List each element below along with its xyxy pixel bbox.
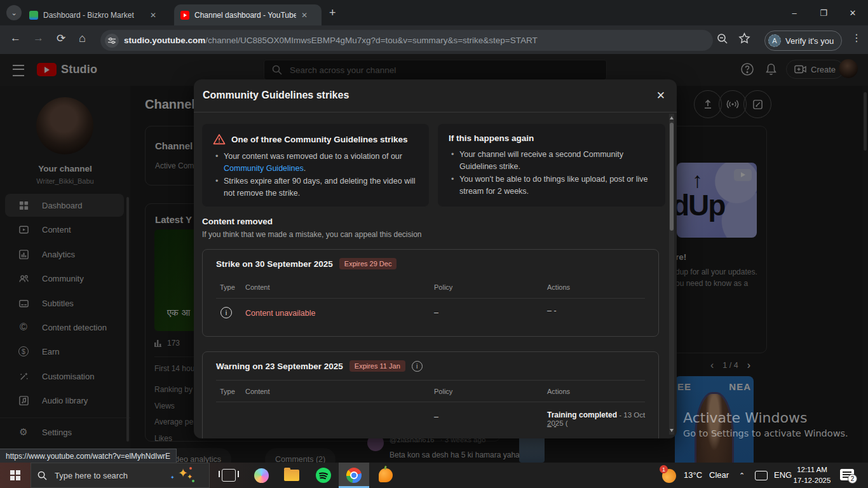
action-center-button[interactable]: 2	[840, 469, 854, 480]
col-policy: Policy	[434, 388, 452, 395]
fl-studio-button[interactable]	[372, 463, 400, 488]
dialog-header: Community Guidelines strikes ✕	[194, 79, 677, 112]
tray-chevron-icon[interactable]: ⌃	[739, 471, 745, 480]
spotify-icon	[316, 468, 331, 483]
tab-youtube-studio[interactable]: Channel dashboard - YouTube S ✕	[174, 4, 322, 25]
bizkro-favicon-icon	[29, 11, 38, 20]
verify-its-you-button[interactable]: A Verify it's you	[764, 30, 842, 51]
community-guidelines-strikes-dialog: Community Guidelines strikes ✕ One of th…	[194, 79, 677, 438]
weather-badge: 1	[660, 465, 668, 473]
again-bullet: Your channel will receive a second Commu…	[449, 149, 654, 173]
bookmark-star-icon[interactable]	[738, 32, 750, 44]
expiry-badge: Expires 11 Jan	[349, 360, 405, 372]
strike-info-heading: One of three Community Guidelines strike…	[231, 135, 408, 144]
warning-actions-2: – -	[547, 422, 557, 431]
strike-info-card: One of three Community Guidelines strike…	[202, 124, 429, 207]
weather-button[interactable]: 1	[661, 466, 679, 484]
tab-title: Dashboard - Bizkro Market	[43, 11, 145, 20]
close-icon[interactable]: ✕	[656, 89, 665, 102]
again-bullet: You won't be able to do things like uplo…	[449, 173, 654, 198]
tab-title: Channel dashboard - YouTube S	[194, 11, 296, 20]
youtube-studio: Studio Create Your channel Writer_Bikki_…	[0, 54, 868, 463]
strike-content[interactable]: Content unavailable	[245, 309, 316, 318]
community-guidelines-link[interactable]: Community Guidelines	[224, 164, 304, 173]
window-minimize-button[interactable]: –	[780, 0, 808, 25]
info-icon[interactable]: i	[412, 361, 423, 372]
browser-menu-icon[interactable]: ⋮	[851, 32, 862, 44]
strike-policy: –	[434, 308, 438, 317]
warning-triangle-icon	[213, 133, 226, 145]
copilot-button[interactable]	[247, 463, 275, 488]
scrollbar-thumb[interactable]	[670, 123, 674, 231]
strike-bullet: Your content was removed due to a violat…	[213, 151, 418, 175]
start-button[interactable]	[0, 463, 31, 488]
taskbar-search[interactable]: ✦ ✦ ✦	[31, 463, 210, 488]
col-type: Type	[220, 388, 235, 395]
new-tab-button[interactable]: +	[329, 6, 336, 20]
url-path: /channel/UC885OX0MImwsEBMP4gMu7xg?d=tou&…	[205, 36, 537, 45]
notification-count-badge: 2	[848, 474, 857, 484]
file-explorer-button[interactable]	[278, 463, 306, 488]
activate-windows-watermark-sub: Go to Settings to activate Windows.	[683, 428, 848, 438]
strike-bullet: Strikes expire after 90 days, and deleti…	[213, 175, 418, 200]
weather-condition: Clear	[709, 470, 729, 480]
window-maximize-button[interactable]: ❐	[810, 0, 837, 25]
verify-label: Verify it's you	[785, 36, 834, 46]
reload-icon[interactable]: ⟳	[57, 32, 65, 45]
zoom-icon[interactable]	[717, 33, 728, 44]
weather-temp: 13°C	[684, 470, 702, 480]
spotify-button[interactable]	[309, 463, 337, 488]
dialog-scrollbar[interactable]	[669, 114, 674, 435]
touch-keyboard-icon[interactable]	[755, 471, 768, 480]
windows-logo-icon	[10, 470, 20, 480]
date: 17-12-2025	[787, 475, 837, 486]
warning-policy: –	[434, 412, 438, 421]
browser-tabstrip: ⌄ Dashboard - Bizkro Market ✕ Channel da…	[0, 0, 868, 25]
chrome-button[interactable]	[339, 463, 369, 488]
copilot-icon	[254, 468, 269, 483]
link-status-tooltip: https://www.youtube.com/watch?v=elMyhNdI…	[0, 449, 177, 463]
content-removed-subtitle: If you think that we made a mistake, you…	[202, 230, 422, 239]
dialog-title: Community Guidelines strikes	[203, 90, 349, 101]
windows-taskbar: ✦ ✦ ✦ 1 13°C Clear ⌃ ENG 12:11 AM 17-12-…	[0, 463, 868, 488]
tab-search-chevron-icon[interactable]: ⌄	[6, 5, 22, 20]
dialog-body: One of three Community Guidelines strike…	[194, 112, 677, 438]
content-removed-title: Content removed	[202, 217, 273, 226]
chrome-icon	[346, 468, 362, 483]
task-view-icon	[222, 469, 236, 482]
clock[interactable]: 12:11 AM 17-12-2025	[787, 464, 837, 486]
search-icon	[37, 471, 47, 480]
warning-actions: Training completed - 13 Oct 2025 (	[547, 410, 658, 427]
info-icon: i	[220, 307, 232, 318]
col-actions: Actions	[547, 388, 570, 395]
address-bar[interactable]: studio.youtube.com/channel/UC885OX0MImws…	[100, 30, 713, 51]
fl-studio-icon	[379, 468, 393, 482]
if-this-happens-again-card: If this happens again Your channel will …	[438, 124, 665, 207]
activate-windows-watermark: Activate Windows	[683, 410, 807, 426]
profile-avatar: A	[768, 34, 781, 47]
youtube-favicon-icon	[180, 11, 189, 20]
warning-title: Warning on 23 September 2025	[216, 362, 343, 371]
folder-icon	[284, 470, 299, 481]
window-close-button[interactable]: ✕	[839, 0, 867, 25]
close-tab-icon[interactable]: ✕	[150, 11, 156, 20]
close-tab-icon[interactable]: ✕	[301, 11, 308, 20]
tab-bizkro-dashboard[interactable]: Dashboard - Bizkro Market ✕	[23, 4, 173, 25]
screen: ⌄ Dashboard - Bizkro Market ✕ Channel da…	[0, 0, 868, 488]
home-icon[interactable]: ⌂	[79, 32, 86, 45]
back-icon[interactable]: ←	[10, 32, 21, 44]
task-view-button[interactable]	[215, 463, 243, 488]
strike-1-title: Strike on 30 September 2025	[216, 259, 333, 269]
site-info-icon[interactable]	[105, 34, 119, 48]
copilot-sparkles-icon: ✦ ✦ ✦	[170, 467, 196, 484]
strike-info-title: One of three Community Guidelines strike…	[213, 133, 418, 145]
scroll-down-icon[interactable]	[670, 429, 674, 432]
strike-1-card: Strike on 30 September 2025 Expires 29 D…	[202, 249, 659, 337]
warning-card: Warning on 23 September 2025 Expires 11 …	[202, 351, 659, 438]
taskbar-search-input[interactable]	[53, 470, 164, 481]
scroll-up-icon[interactable]	[670, 116, 674, 119]
col-policy: Policy	[434, 283, 452, 291]
forward-icon[interactable]: →	[33, 32, 44, 44]
col-content: Content	[245, 388, 270, 395]
time: 12:11 AM	[787, 464, 837, 475]
